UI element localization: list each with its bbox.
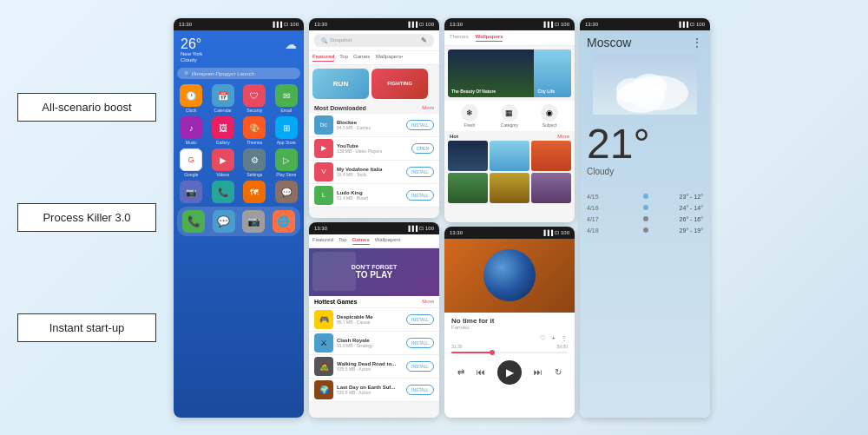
appstore-search-input[interactable]: 🔍 Snapshot ✎ xyxy=(314,34,434,47)
dock-messages[interactable]: 💬 xyxy=(213,210,235,233)
weather-forecast: 4/15 23° - 12° 4/16 24° - 14° 4/17 26° -… xyxy=(587,194,703,234)
more-icon[interactable]: ⋮ xyxy=(561,334,568,342)
app-youtube[interactable]: ▶ YouTube 139 MB · Video Players OPEN xyxy=(309,137,439,161)
app-videos[interactable]: ▶ Videos xyxy=(209,148,238,177)
tab-games-g[interactable]: Games xyxy=(352,237,370,245)
progress-thumb xyxy=(490,350,495,355)
phone-weather: 13:30 ▌▌▌⊡ 100 Moscow ⋮ xyxy=(580,18,710,418)
wallpaper-thumb-6[interactable] xyxy=(531,173,571,203)
open-youtube[interactable]: OPEN xyxy=(411,143,434,154)
wallpaper-city[interactable]: City Life xyxy=(534,49,571,97)
weather-cloud-art xyxy=(587,54,703,115)
tab-wp-g[interactable]: Wallpapers xyxy=(375,237,401,245)
album-art xyxy=(444,239,575,313)
dock-browser[interactable]: 🌐 xyxy=(273,210,295,233)
prev-icon[interactable]: ⏮ xyxy=(477,367,485,377)
game-despicable[interactable]: 🎮 Despicable Me 85.7 MB · Casual INSTALL xyxy=(309,308,439,332)
tab-wallpapers-wp[interactable]: Wallpapers xyxy=(476,34,503,42)
forecast-day-3: 4/17 26° - 16° xyxy=(587,216,703,222)
app-email[interactable]: ✉ Email xyxy=(273,84,301,113)
progress-bar[interactable] xyxy=(451,352,568,353)
progress-fill xyxy=(451,352,492,353)
cloud-icon: ☁ xyxy=(285,37,297,51)
app-gallery[interactable]: 🖼 Gallery xyxy=(209,116,238,145)
app-themes[interactable]: 🎨 Themes xyxy=(240,116,269,145)
category-subject[interactable]: ◉ Subject xyxy=(541,104,558,128)
install-clash[interactable]: INSTALL xyxy=(406,338,434,348)
install-vodafone[interactable]: INSTALL xyxy=(406,167,434,177)
phones-container: 13:30 ▌▌▌⊡ 100 26° New York Cloudy ☁ 🔍 И… xyxy=(174,18,851,418)
games-banner: DON'T FORGET TO PLAY xyxy=(309,248,439,296)
wallpaper-thumb-4[interactable] xyxy=(448,173,488,203)
tab-featured[interactable]: Featured xyxy=(312,54,334,62)
forecast-day-1: 4/15 23° - 12° xyxy=(587,194,703,200)
app-calendar[interactable]: 📅 Calendar xyxy=(209,84,238,113)
app-blockee[interactable]: bc Blockee 84.5 MB · Games INSTALL xyxy=(309,114,439,137)
phone-group-middle: 13:30 ▌▌▌⊡ 100 🔍 Snapshot ✎ Featured Top xyxy=(309,18,439,418)
phone-weather-header: 13:30 ▌▌▌⊡ 100 xyxy=(580,18,710,30)
app-security[interactable]: 🛡 Security xyxy=(240,84,269,113)
wallpaper-thumb-1[interactable] xyxy=(448,141,488,171)
install-walking[interactable]: INSTALL xyxy=(406,361,434,372)
phone-wallpapers: 13:30 ▌▌▌⊡ 100 Themes Wallpapers The Bea… xyxy=(444,18,575,222)
add-icon[interactable]: + xyxy=(551,334,556,342)
music-body: No time for it Farruko ♡ + ⋮ 31:30 59:00 xyxy=(444,239,575,418)
shuffle-icon[interactable]: ⇄ xyxy=(457,367,464,377)
app-google[interactable]: G Google xyxy=(177,148,206,177)
banner-run[interactable]: RUN xyxy=(312,69,369,99)
play-button[interactable]: ▶ xyxy=(497,360,522,385)
app-ludo[interactable]: L Ludo King 51.4 MB · Board INSTALL xyxy=(309,184,439,208)
all-scenario-label: All-scenario boost xyxy=(17,93,156,122)
games-body: Featured Top Games Wallpapers DON'T FORG… xyxy=(309,234,439,418)
phone-music: 13:30 ▌▌▌⊡ 100 No time for it Farruko ♡ … xyxy=(444,227,575,418)
tab-top[interactable]: Top xyxy=(339,54,348,62)
phone1-dock: 📞 💬 📷 🌐 xyxy=(177,207,300,236)
wallpaper-thumb-5[interactable] xyxy=(490,173,529,203)
game-clash[interactable]: ⚔ Clash Royale 91.6 MB · Strategy INSTAL… xyxy=(309,332,439,355)
forecast-day-2: 4/16 24° - 14° xyxy=(587,205,703,211)
app-playstore[interactable]: ▷ Play Store xyxy=(273,148,301,177)
app-music[interactable]: ♪ Music xyxy=(177,116,206,145)
weather-condition: Cloudy xyxy=(587,167,703,176)
app-grid-row2: ♪ Music 🖼 Gallery 🎨 Themes ⊞ App Store xyxy=(177,116,300,145)
wallpaper-thumb-3[interactable] xyxy=(531,141,571,171)
app-clock[interactable]: 🕐 Clock xyxy=(177,84,206,113)
wallpaper-categories: ❄ Fresh ▦ Category ◉ Subject xyxy=(444,101,575,131)
app-settings[interactable]: ⚙ Settings xyxy=(240,148,269,177)
phone2-header: 13:30 ▌▌▌⊡ 100 xyxy=(309,18,439,30)
repeat-icon[interactable]: ↻ xyxy=(555,367,562,377)
install-despicable[interactable]: INSTALL xyxy=(406,314,434,325)
install-ludo[interactable]: INSTALL xyxy=(406,190,434,201)
tab-themes[interactable]: Themes xyxy=(450,34,469,42)
tab-games[interactable]: Games xyxy=(353,54,370,62)
game-walking[interactable]: 🧟 Walking Dead Road to... 635.5 MB · Act… xyxy=(309,355,439,379)
banner-fight[interactable]: FIGHTING xyxy=(372,69,428,99)
tab-wallpapers[interactable]: Wallpapers• xyxy=(375,54,403,62)
wallpaper-featured: The Beauty Of Nature City Life xyxy=(448,49,571,97)
tab-featured-g[interactable]: Featured xyxy=(312,237,333,245)
svg-point-4 xyxy=(616,78,648,102)
process-killer-label: Process Killer 3.0 xyxy=(17,203,156,232)
weather-temp: 21° xyxy=(587,123,703,165)
phone-wp-header: 13:30 ▌▌▌⊡ 100 xyxy=(444,18,575,30)
tab-top-g[interactable]: Top xyxy=(339,237,347,245)
wallpaper-thumb-2[interactable] xyxy=(490,141,529,171)
wallpaper-grid xyxy=(444,141,575,203)
wallpaper-nature[interactable]: The Beauty Of Nature xyxy=(448,49,534,97)
next-icon[interactable]: ⏭ xyxy=(534,367,542,377)
games-tabs: Featured Top Games Wallpapers xyxy=(309,234,439,248)
app-vodafone[interactable]: V My Vodafone Italia 16.4 MB · Tools INS… xyxy=(309,161,439,184)
weather-bar: 26° New York Cloudy ☁ xyxy=(177,34,300,67)
dock-camera[interactable]: 📷 xyxy=(242,210,265,233)
phone-appstore-featured: 13:30 ▌▌▌⊡ 100 🔍 Snapshot ✎ Featured Top xyxy=(309,18,439,218)
install-blockee[interactable]: INSTALL xyxy=(406,120,434,130)
game-lastday[interactable]: 🌍 Last Day on Earth Suf... 530.8 MB · Ac… xyxy=(309,379,439,402)
category-category[interactable]: ▦ Category xyxy=(501,104,518,128)
heart-icon[interactable]: ♡ xyxy=(540,334,546,342)
home-search-bar[interactable]: 🔍 Интернет-Продукт Launch xyxy=(177,68,300,79)
category-fresh[interactable]: ❄ Fresh xyxy=(461,104,478,128)
app-appstore[interactable]: ⊞ App Store xyxy=(273,116,301,145)
dock-phone[interactable]: 📞 xyxy=(182,210,205,233)
install-lastday[interactable]: INSTALL xyxy=(406,385,434,395)
weather-menu-icon[interactable]: ⋮ xyxy=(691,36,703,49)
